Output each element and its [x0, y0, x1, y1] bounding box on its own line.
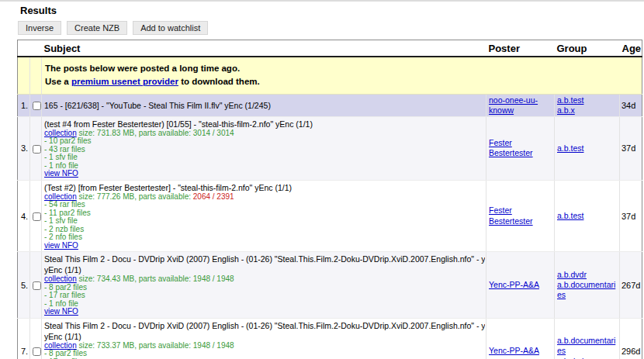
row-checkbox[interactable] [33, 145, 41, 154]
notice-line1: The posts below were posted a long time … [45, 62, 637, 75]
poster-cell: Yenc-PP-A&A [486, 252, 555, 319]
subject-text: Steal This Film 2 - Docu - DVDrip XviD (… [44, 254, 485, 275]
group-cell: a.b.testa.b.x [555, 94, 620, 116]
view-nfo-link[interactable]: view NFO [44, 307, 78, 316]
notice-line2-suffix: to download them. [178, 77, 260, 86]
group-link[interactable]: a.b.dvdr [557, 270, 617, 280]
subject-column-header: Subject [42, 40, 486, 57]
subject-details: collection size: 734.43 MB, parts availa… [44, 275, 485, 316]
subject-cell: Steal This Film 2 - Docu - DVDrip XviD (… [42, 318, 486, 359]
premium-provider-link[interactable]: premium usenet provider [71, 77, 178, 86]
age-cell: 37d [620, 116, 642, 180]
row-checkbox[interactable] [33, 347, 41, 356]
subject-text: (Test #2) [from Fester Bestertester] - "… [44, 182, 485, 193]
parts-available-value: 1948 / 1948 [193, 274, 234, 283]
collection-size-line: collection size: 731.83 MB, parts availa… [44, 129, 485, 138]
notice-spacer-num [18, 57, 30, 94]
notice-cell: The posts below were posted a long time … [42, 57, 642, 94]
row-checkbox[interactable] [33, 212, 41, 221]
age-cell: 37d [620, 180, 642, 252]
row-number: 4. [18, 180, 30, 252]
group-link[interactable]: a.b.test [557, 211, 617, 221]
subject-text: (test #4 from Fester Bestertester) [01/5… [44, 119, 485, 129]
age-cell: 34d [620, 94, 642, 116]
poster-link[interactable]: Yenc-PP-A&A [489, 346, 539, 355]
inverse-button[interactable]: Inverse [18, 21, 61, 35]
group-link[interactable]: a.b.test [557, 143, 617, 154]
file-list: - 8 par2 files- 17 rar files- 1 nfo file [44, 284, 485, 309]
number-column-header [18, 40, 30, 57]
group-cell: a.b.test [555, 116, 620, 180]
row-number: 5. [18, 252, 30, 319]
group-link[interactable]: a.b.documentaries [557, 280, 617, 300]
poster-cell: Fester Bestertester [486, 180, 555, 252]
poster-link[interactable]: Fester Bestertester [489, 138, 533, 157]
size-info: size: 731.83 MB, parts available: [77, 129, 193, 137]
poster-link[interactable]: Fester Bestertester [489, 205, 533, 225]
add-to-watchlist-button[interactable]: Add to watchlist [133, 21, 208, 35]
poster-cell: Fester Bestertester [486, 116, 555, 180]
row-checkbox[interactable] [33, 102, 41, 110]
page-title: Results [20, 5, 644, 16]
poster-link[interactable]: Yenc-PP-A&A [489, 280, 539, 289]
collection-link[interactable]: collection [44, 192, 77, 201]
group-link[interactable]: a.b.documentaries [557, 336, 617, 356]
collection-size-line: collection size: 734.43 MB, parts availa… [44, 275, 485, 284]
group-link[interactable]: a.b.x [557, 105, 617, 116]
row-checkbox-cell [30, 318, 42, 359]
table-row: 4. (Test #2) [from Fester Bestertester] … [18, 180, 642, 252]
table-row: 7. Steal This Film 2 - Docu - DVDrip Xvi… [18, 318, 642, 359]
poster-link[interactable]: noo-onee-uu-knoww [489, 95, 538, 115]
results-table: Subject Poster Group Age The posts below… [17, 40, 642, 359]
row-checkbox-cell [30, 180, 42, 252]
row-checkbox-cell [30, 94, 42, 116]
age-cell: 267d [620, 252, 642, 319]
collection-link[interactable]: collection [44, 274, 77, 283]
subject-cell: (Test #2) [from Fester Bestertester] - "… [42, 180, 486, 252]
file-list: - 54 rar files- 11 par2 files- 1 sfv fil… [44, 201, 485, 242]
subject-text: Steal This Film 2 - Docu - DVDrip XviD (… [44, 320, 485, 342]
notice-line2: Use a premium usenet provider to downloa… [45, 75, 637, 88]
group-link[interactable]: a.b.dvdr [557, 357, 617, 359]
row-number: 1. [18, 94, 30, 116]
toolbar: Inverse Create NZB Add to watchlist [18, 21, 644, 35]
row-number: 7. [18, 318, 30, 359]
checkbox-column-header [30, 40, 42, 57]
notice-spacer-check [30, 57, 42, 94]
subject-details: collection size: 733.37 MB, parts availa… [44, 342, 485, 359]
group-cell: a.b.test [555, 180, 620, 252]
age-cell: 296d [620, 318, 642, 359]
row-checkbox-cell [30, 252, 42, 319]
row-number: 3. [18, 116, 30, 180]
notice-line2-prefix: Use a [45, 77, 71, 86]
collection-size-line: collection size: 733.37 MB, parts availa… [44, 342, 485, 350]
poster-cell: Yenc-PP-A&A [486, 318, 555, 359]
table-row: 3. (test #4 from Fester Bestertester) [0… [18, 116, 642, 180]
subject-details: collection size: 777.26 MB, parts availa… [44, 193, 485, 250]
subject-cell: (test #4 from Fester Bestertester) [01/5… [42, 116, 486, 180]
view-nfo-link[interactable]: view NFO [44, 241, 78, 250]
age-column-header: Age [620, 40, 642, 57]
subject-cell: Steal This Film 2 - Docu - DVDrip XviD (… [42, 252, 486, 319]
table-row: 1. 165 - [621/638] - "YouTube - Steal Th… [18, 94, 642, 116]
parts-available-value: 3014 / 3014 [193, 129, 234, 137]
collection-link[interactable]: collection [44, 129, 77, 137]
row-checkbox-cell [30, 116, 42, 180]
old-posts-notice-row: The posts below were posted a long time … [18, 57, 642, 94]
group-cell: a.b.documentariesa.b.dvdr [555, 318, 620, 359]
size-info: size: 777.26 MB, parts available: [77, 192, 193, 201]
parts-available-value: 2064 / 2391 [193, 192, 234, 201]
view-nfo-link[interactable]: view NFO [44, 169, 78, 178]
size-info: size: 734.43 MB, parts available: [77, 274, 193, 283]
subject-cell: 165 - [621/638] - "YouTube - Steal This … [42, 94, 486, 116]
group-link[interactable]: a.b.test [557, 95, 617, 105]
row-checkbox[interactable] [33, 281, 41, 290]
group-cell: a.b.dvdra.b.documentaries [555, 252, 620, 319]
group-column-header: Group [555, 40, 620, 57]
create-nzb-button[interactable]: Create NZB [67, 21, 127, 35]
poster-cell: noo-onee-uu-knoww [486, 94, 555, 116]
collection-link[interactable]: collection [44, 341, 77, 350]
collection-size-line: collection size: 777.26 MB, parts availa… [44, 193, 485, 202]
results-body: The posts below were posted a long time … [18, 57, 642, 359]
table-row: 5. Steal This Film 2 - Docu - DVDrip Xvi… [18, 252, 642, 319]
